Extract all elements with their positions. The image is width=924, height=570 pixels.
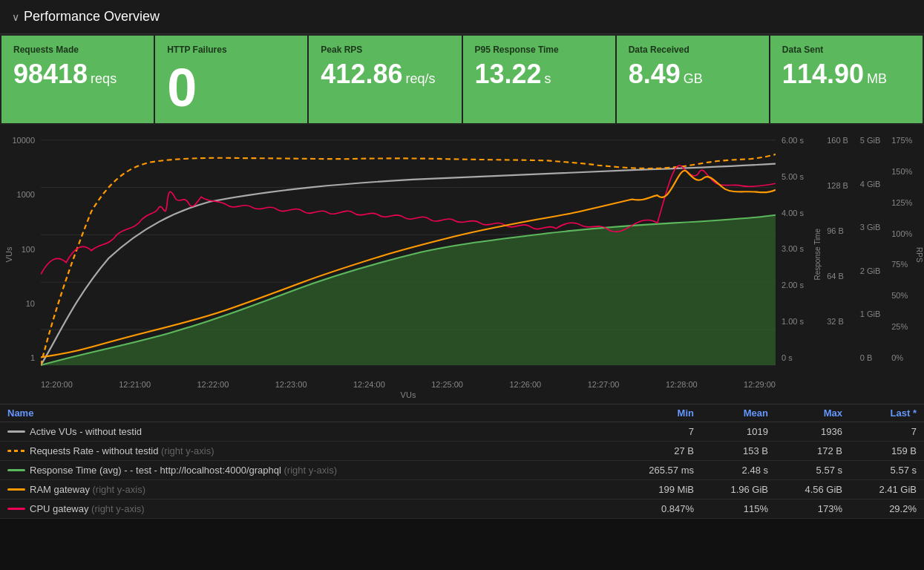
metric-data-sent: Data Sent114.90MB [770,36,923,123]
page-title: Performance Overview [24,9,160,24]
response-time-axis-label: Response Time [812,132,822,377]
th-mean: Mean [694,407,768,419]
td-name-cpu-gateway: CPU gateway (right y-axis) [7,503,620,514]
td-min-active-vus: 7 [620,426,694,437]
td-name-active-vus: Active VUs - without testid [7,426,620,437]
legend-ram-gateway [7,488,25,491]
td-name-requests-rate: Requests Rate - without testid (right y-… [7,445,620,456]
metric-label-http-failures: HTTP Failures [167,45,295,55]
chevron-icon: ∨ [12,11,19,23]
table-section: Name Min Mean Max Last * Active VUs - wi… [0,404,924,519]
row-label-response-time: Response Time (avg) - - test - http://lo… [30,465,337,476]
td-max-active-vus: 1936 [768,426,842,437]
chart-area [41,132,776,377]
td-name-ram-gateway: RAM gateway (right y-axis) [7,484,620,495]
td-mean-ram-gateway: 1.96 GiB [694,484,768,495]
td-mean-requests-rate: 153 B [694,445,768,456]
table-row-response-time: Response Time (avg) - - test - http://lo… [0,461,924,480]
th-max: Max [768,407,842,419]
row-label-active-vus: Active VUs - without testid [30,426,142,437]
metric-value-http-failures: 0 [167,61,295,114]
metric-value-peak-rps: 412.86req/s [321,61,449,88]
table-row-cpu-gateway: CPU gateway (right y-axis)0.847%115%173%… [0,499,924,519]
x-axis-label: VUs [41,390,776,404]
td-min-cpu-gateway: 0.847% [620,503,694,514]
row-label-requests-rate: Requests Rate - without testid (right y-… [30,445,214,456]
metric-label-data-received: Data Received [629,45,757,55]
metric-value-data-sent: 114.90MB [782,61,911,88]
metric-value-data-received: 8.49GB [629,61,757,88]
td-max-cpu-gateway: 173% [768,503,842,514]
metric-label-p95-response-time: P95 Response Time [475,45,603,55]
td-min-ram-gateway: 199 MiB [620,484,694,495]
metric-label-requests-made: Requests Made [13,45,142,55]
right-axes: 6.00 s 5.00 s 4.00 s 3.00 s 2.00 s 1.00 … [776,132,924,377]
legend-active-vus [7,430,25,433]
table-row-active-vus: Active VUs - without testid7101919367 [0,422,924,442]
y-axis-bytes: 160 B 128 B 96 B 64 B 32 B [822,132,856,377]
th-name: Name [7,407,620,419]
td-name-response-time: Response Time (avg) - - test - http://lo… [7,465,620,476]
row-label-cpu-gateway: CPU gateway (right y-axis) [30,503,145,514]
td-last-response-time: 5.57 s [842,465,917,476]
td-mean-active-vus: 1019 [694,426,768,437]
y-left-label: VUs [4,247,13,263]
th-min: Min [620,407,694,419]
td-last-active-vus: 7 [842,426,917,437]
metrics-row: Requests Made98418reqsHTTP Failures0Peak… [0,34,924,125]
legend-requests-rate [7,450,25,452]
legend-cpu-gateway [7,508,25,510]
table-row-ram-gateway: RAM gateway (right y-axis)199 MiB1.96 Gi… [0,480,924,499]
td-last-ram-gateway: 2.41 GiB [842,484,917,495]
y-axis-gib: 5 GiB 4 GiB 3 GiB 2 GiB 1 GiB 0 B [856,132,889,377]
td-max-requests-rate: 172 B [768,445,842,456]
td-min-response-time: 265.57 ms [620,465,694,476]
y-axis-percent: 175% 150% 125% 100% 75% 50% 25% 0% [888,132,915,377]
header: ∨ Performance Overview [0,0,924,34]
y-axis-rps: 6.00 s 5.00 s 4.00 s 3.00 s 2.00 s 1.00 … [776,132,812,377]
y-axis-left: VUs 10000 1000 100 10 1 [0,132,41,377]
metric-value-requests-made: 98418reqs [13,61,142,88]
td-min-requests-rate: 27 B [620,445,694,456]
table-row-requests-rate: Requests Rate - without testid (right y-… [0,442,924,461]
td-mean-cpu-gateway: 115% [694,503,768,514]
metric-label-data-sent: Data Sent [782,45,911,55]
td-max-ram-gateway: 4.56 GiB [768,484,842,495]
metric-label-peak-rps: Peak RPS [321,45,449,55]
td-max-response-time: 5.57 s [768,465,842,476]
chart-section: VUs 10000 1000 100 10 1 [0,125,924,404]
metric-http-failures: HTTP Failures0 [155,36,307,123]
metric-value-p95-response-time: 13.22s [475,61,603,88]
legend-response-time [7,469,25,471]
td-last-requests-rate: 159 B [842,445,917,456]
metric-data-received: Data Received8.49GB [617,36,769,123]
rps-axis-label: RPS [915,132,924,377]
td-mean-response-time: 2.48 s [694,465,768,476]
table-header: Name Min Mean Max Last * [0,404,924,422]
x-axis: 12:20:00 12:21:00 12:22:00 12:23:00 12:2… [41,377,776,390]
td-last-cpu-gateway: 29.2% [842,503,917,514]
metric-requests-made: Requests Made98418reqs [1,36,154,123]
metric-peak-rps: Peak RPS412.86req/s [309,36,461,123]
metric-p95-response-time: P95 Response Time13.22s [463,36,615,123]
row-label-ram-gateway: RAM gateway (right y-axis) [30,484,145,495]
th-last: Last * [842,407,917,419]
